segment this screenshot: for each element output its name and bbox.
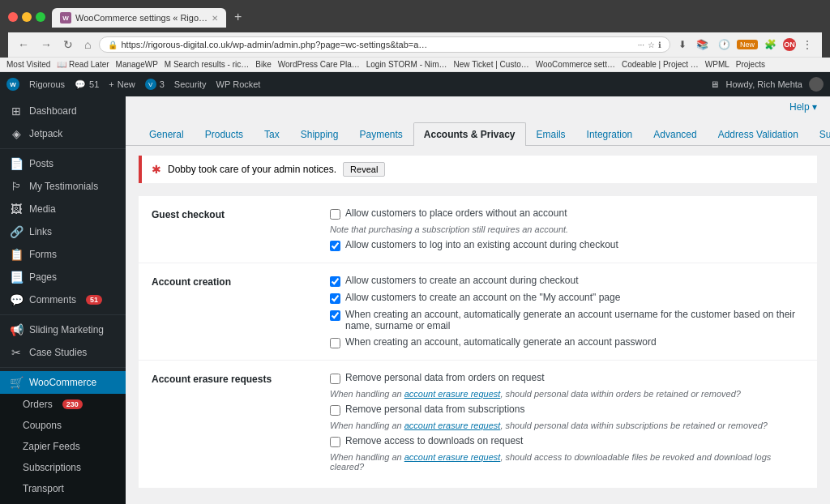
bookmark-gmail-search[interactable]: M Search results - ric… [165, 60, 249, 69]
create-checkout-option: Allow customers to create an account dur… [330, 275, 804, 287]
security-item[interactable]: Security [174, 79, 207, 89]
history-icon[interactable]: 🕐 [715, 37, 734, 52]
wp-version-icon: V [145, 79, 156, 90]
sidebar-item-sliding-marketing[interactable]: 📢 Sliding Marketing [0, 318, 126, 341]
bookmark-bike[interactable]: Bike [255, 60, 271, 69]
howdy-item[interactable]: Howdy, Rich Mehta [725, 77, 824, 92]
comments-count-item[interactable]: 💬 51 [75, 79, 99, 90]
new-content-item[interactable]: + New [109, 79, 135, 89]
active-tab[interactable]: W WooCommerce settings « Rigo… ✕ [52, 8, 226, 28]
url-text: https://rigorous-digital.co.uk/wp-admin/… [121, 40, 634, 49]
refresh-button[interactable]: ↻ [60, 36, 76, 53]
screen-options[interactable]: 🖥 [710, 79, 719, 89]
login-checkout-checkbox[interactable] [330, 241, 340, 251]
testimonials-icon: 🏳 [10, 180, 23, 193]
avatar-icon [809, 77, 824, 92]
bookmark-most-visited[interactable]: Most Visited [6, 60, 50, 69]
login-checkout-label-text: Allow customers to log into an existing … [345, 239, 618, 250]
orders-erasure-link[interactable]: account erasure request [404, 389, 501, 399]
tab-accounts-privacy[interactable]: Accounts & Privacy [413, 122, 526, 146]
tab-close-button[interactable]: ✕ [212, 14, 218, 23]
sidebar-item-zapier-feeds[interactable]: Zapier Feeds [0, 436, 126, 457]
tab-address-validation[interactable]: Address Validation [708, 122, 809, 146]
back-button[interactable]: ← [15, 36, 32, 53]
remove-orders-checkbox[interactable] [330, 374, 340, 384]
download-icon[interactable]: ⬇ [675, 37, 690, 52]
sidebar-item-jetpack[interactable]: ◈ Jetpack [0, 122, 126, 145]
bookmark-wpml[interactable]: WPML [705, 60, 729, 69]
sidebar-item-coupons[interactable]: Coupons [0, 415, 126, 436]
site-name[interactable]: Rigorous [29, 79, 65, 89]
sidebar-item-pages[interactable]: 📃 Pages [0, 266, 126, 288]
new-label: New [118, 79, 135, 89]
create-my-account-checkbox[interactable] [330, 293, 340, 304]
tab-integration[interactable]: Integration [576, 122, 644, 146]
bookmark-read-later[interactable]: 📖 Read Later [57, 60, 109, 69]
auto-username-option: When creating an account, automatically … [330, 309, 804, 331]
guest-orders-checkbox[interactable] [330, 209, 340, 220]
create-checkout-checkbox[interactable] [330, 276, 340, 287]
bookmark-codeable[interactable]: Codeable | Project … [622, 60, 699, 69]
tab-subscriptions[interactable]: Subscriptions [809, 122, 830, 146]
sidebar-item-orders[interactable]: Orders 230 [0, 394, 126, 415]
help-button[interactable]: Help ▾ [789, 101, 817, 113]
bookmarks-icon[interactable]: 📚 [693, 37, 712, 52]
bookmark-managewp[interactable]: ManageWP [116, 60, 158, 69]
sidebar-item-subscriptions[interactable]: Subscriptions [0, 457, 126, 478]
tab-advanced[interactable]: Advanced [643, 122, 707, 146]
tab-tax[interactable]: Tax [254, 122, 290, 146]
transport-label: Transport [23, 483, 64, 494]
subscriptions-erasure-link[interactable]: account erasure request [404, 421, 501, 430]
tab-payments[interactable]: Payments [349, 122, 413, 146]
home-button[interactable]: ⌂ [81, 36, 94, 53]
maximize-traffic-light[interactable] [36, 12, 45, 22]
auto-username-checkbox[interactable] [330, 310, 340, 321]
sidebar-item-links[interactable]: 🔗 Links [0, 220, 126, 243]
close-traffic-light[interactable] [8, 12, 18, 22]
guest-checkout-content: Allow customers to place orders without … [330, 207, 804, 251]
tab-products[interactable]: Products [195, 122, 254, 146]
extensions-icon[interactable]: 🧩 [761, 37, 780, 52]
wp-version-item[interactable]: V 3 [145, 79, 165, 90]
bookmark-projects[interactable]: Projects [736, 60, 765, 69]
sidebar-item-testimonials[interactable]: 🏳 My Testimonials [0, 175, 126, 198]
bookmark-new-ticket[interactable]: New Ticket | Custo… [454, 60, 529, 69]
bookmark-woocommerce[interactable]: WooCommerce sett… [536, 60, 615, 69]
sidebar-item-woocommerce[interactable]: 🛒 WooCommerce [0, 371, 126, 394]
create-my-account-label-text: Allow customers to create an account on … [345, 292, 620, 303]
pages-label: Pages [29, 271, 57, 283]
wp-rocket-item[interactable]: WP Rocket [216, 79, 261, 89]
comment-icon: 💬 [75, 79, 86, 90]
wordpress-logo[interactable]: W [6, 78, 19, 91]
new-tab-button[interactable]: + [228, 6, 248, 28]
jetpack-icon: ◈ [10, 127, 23, 140]
tab-emails[interactable]: Emails [526, 122, 576, 146]
sidebar-item-media[interactable]: 🖼 Media [0, 198, 126, 220]
sidebar-item-forms[interactable]: 📋 Forms [0, 243, 126, 266]
auto-password-checkbox[interactable] [330, 338, 340, 348]
plus-icon: + [109, 79, 113, 89]
url-bar[interactable]: 🔒 https://rigorous-digital.co.uk/wp-admi… [99, 36, 670, 53]
sidebar-item-posts[interactable]: 📄 Posts [0, 152, 126, 175]
sidebar-item-reports[interactable]: Reports [0, 499, 126, 504]
minimize-traffic-light[interactable] [22, 12, 32, 22]
subscriptions-erasure-note: When handling an account erasure request… [330, 421, 804, 430]
bookmark-login-storm[interactable]: Login STORM - Nim… [366, 60, 447, 69]
bookmark-wp-care[interactable]: WordPress Care Pla… [278, 60, 360, 69]
downloads-erasure-link[interactable]: account erasure request [404, 452, 501, 462]
wc-settings-tabs: General Products Tax Shipping Payments A… [126, 113, 830, 146]
sidebar-item-case-studies[interactable]: ✂ Case Studies [0, 341, 126, 364]
sidebar-item-comments[interactable]: 💬 Comments 51 [0, 288, 126, 311]
forward-button[interactable]: → [37, 36, 55, 53]
remove-orders-label-text: Remove personal data from orders on requ… [345, 372, 544, 383]
forms-label: Forms [29, 249, 57, 260]
tab-shipping[interactable]: Shipping [290, 122, 349, 146]
sidebar-item-transport[interactable]: Transport [0, 478, 126, 499]
media-icon: 🖼 [10, 203, 23, 216]
reveal-button[interactable]: Reveal [343, 162, 385, 177]
sidebar-item-dashboard[interactable]: ⊞ Dashboard [0, 100, 126, 122]
remove-downloads-checkbox[interactable] [330, 437, 340, 447]
remove-subscriptions-checkbox[interactable] [330, 405, 340, 416]
menu-icon[interactable]: ⋮ [799, 37, 815, 52]
tab-general[interactable]: General [139, 122, 195, 146]
